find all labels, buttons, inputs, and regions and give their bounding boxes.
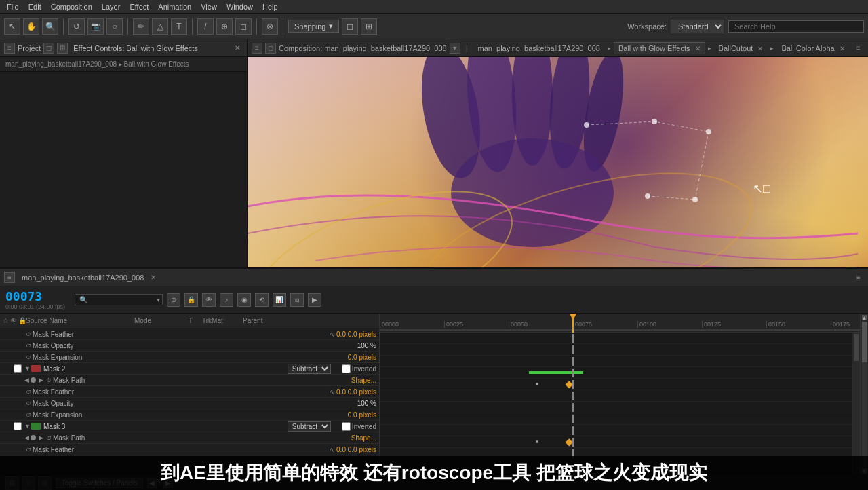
playhead-marker [570, 314, 576, 320]
menu-effect[interactable]: Effect [125, 1, 153, 12]
mask2-inverted-check[interactable] [342, 364, 351, 373]
timeline-scrollbar-v[interactable] [852, 333, 860, 475]
search-dropdown-icon[interactable]: ▾ [157, 296, 160, 303]
paint-tool[interactable]: / [197, 18, 214, 35]
eraser-tool[interactable]: ◻ [235, 18, 252, 35]
menu-help[interactable]: Help [258, 1, 282, 12]
frame-btn[interactable]: ⧇ [290, 293, 304, 307]
mask2-expansion-stopwatch[interactable]: ⏱ [24, 411, 33, 419]
camera-tool[interactable]: 📷 [87, 18, 104, 35]
mask2-path-kf1[interactable] [536, 383, 538, 385]
solo-btn[interactable]: ⊙ [167, 293, 180, 307]
text-tool[interactable]: T [171, 18, 187, 35]
shape-tool[interactable]: △ [152, 18, 168, 35]
comp-tab-2[interactable]: Ball with Glow Effects ✕ [614, 42, 705, 54]
audio-btn[interactable]: ♪ [220, 293, 233, 307]
mask2-opacity-value[interactable]: 100 % [357, 400, 376, 407]
clone-tool[interactable]: ⊕ [216, 18, 233, 35]
menu-file[interactable]: File [3, 1, 23, 12]
rotate-tool[interactable]: ↺ [68, 18, 85, 35]
comp-settings-btn[interactable]: ▾ [450, 43, 460, 54]
toggle-btn-1[interactable]: ◻ [342, 18, 358, 35]
roto-tool[interactable]: ⊗ [262, 18, 278, 35]
timeline-tab[interactable]: man_playing_basketball17A290_008 [18, 272, 148, 283]
mask2-mode-select[interactable]: Subtract [288, 364, 331, 374]
mask3-path-prev[interactable]: ◀ [24, 434, 29, 441]
mask3-path-stopwatch[interactable]: ⏱ [45, 434, 53, 442]
mask2-color-box [31, 365, 41, 372]
tab-close-4[interactable]: ✕ [840, 45, 845, 52]
mask2-path-value[interactable]: Shape... [351, 377, 376, 384]
lock-btn[interactable]: 🔒 [184, 293, 198, 307]
panel-menu-btn[interactable]: ≡ [4, 43, 15, 54]
timeline-search[interactable] [75, 294, 163, 305]
graph-btn[interactable]: 📊 [273, 293, 286, 307]
toggle-btn-2[interactable]: ⊞ [361, 18, 377, 35]
search-input[interactable] [728, 20, 864, 33]
project-tab[interactable]: Project [18, 44, 41, 52]
tab-close-2[interactable]: ✕ [695, 45, 701, 52]
eye-btn[interactable]: 👁 [202, 293, 216, 307]
menu-edit[interactable]: Edit [24, 1, 45, 12]
select-tool[interactable]: ↖ [4, 18, 20, 35]
zoom-tool[interactable]: 🔍 [42, 18, 58, 35]
mask2-path-next[interactable]: ▶ [39, 377, 43, 383]
menu-layer[interactable]: Layer [98, 1, 125, 12]
mask3-inverted-check[interactable] [342, 422, 351, 431]
mask2-path-prev[interactable]: ◀ [24, 377, 29, 383]
color-cycle-btn[interactable]: ◉ [237, 293, 251, 307]
mask3-path-next[interactable]: ▶ [39, 434, 43, 441]
menu-animation[interactable]: Animation [154, 1, 195, 12]
orbit-tool[interactable]: ○ [106, 18, 123, 35]
mask1-feather-value[interactable]: 0.0,0.0 pixels [336, 331, 376, 338]
scrollbar-thumb[interactable] [854, 334, 859, 361]
motion-btn[interactable]: ⟲ [255, 293, 269, 307]
comp-tab-1[interactable]: man_playing_basketball17A290_008 [473, 42, 605, 54]
comp-tab-4[interactable]: Ball Color Alpha ✕ [776, 42, 849, 54]
mask3-expand-icon[interactable]: ▼ [24, 423, 31, 430]
timeline-settings-icon[interactable]: ≡ [853, 272, 864, 283]
mask3-feather-stopwatch[interactable]: ⏱ [24, 445, 33, 453]
mask1-expansion-value[interactable]: 0.0 pixels [348, 354, 376, 361]
mask3-feather-value[interactable]: 0.0,0.0 pixels [336, 446, 376, 453]
menu-composition[interactable]: Composition [47, 1, 96, 12]
mask3-path-value[interactable]: Shape... [351, 434, 376, 442]
timeline-scrollbar-right[interactable]: ▲ ▼ [860, 314, 868, 475]
mask3-mode-select[interactable]: Subtract [288, 421, 331, 432]
snapping-button[interactable]: Snapping ▾ [288, 20, 339, 33]
panel-close-icon[interactable]: ✕ [232, 43, 243, 54]
mask2-checkbox[interactable] [14, 364, 22, 373]
hand-tool[interactable]: ✋ [23, 18, 39, 35]
mask2-opacity-stopwatch[interactable]: ⏱ [24, 399, 33, 407]
pen-tool[interactable]: ✏ [133, 18, 149, 35]
timeline-menu-btn[interactable]: ≡ [4, 272, 15, 283]
mask2-path-stopwatch[interactable]: ⏱ [45, 376, 53, 384]
mask1-feather-stopwatch[interactable]: ⏱ [24, 330, 33, 338]
menu-view[interactable]: View [197, 1, 221, 12]
tab-close-3[interactable]: ✕ [757, 45, 763, 52]
playhead[interactable] [572, 314, 574, 328]
mask2-expand-icon[interactable]: ▼ [24, 365, 31, 372]
scroll-up-btn[interactable]: ▲ [862, 315, 867, 320]
mask1-expansion-stopwatch[interactable]: ⏱ [24, 353, 33, 361]
mask1-opacity-stopwatch[interactable]: ⏱ [24, 341, 33, 350]
workspace-select[interactable]: Standard [671, 20, 724, 33]
comp-menu-btn[interactable]: ≡ [252, 43, 262, 54]
comp-tab-3[interactable]: BallCutout ✕ [714, 42, 768, 54]
comp-icon[interactable]: ◻ [265, 43, 276, 54]
panel-icon-1[interactable]: ◻ [43, 43, 54, 54]
render-btn[interactable]: ▶ [308, 293, 321, 307]
track-mask3-path [380, 436, 860, 448]
mask3-checkbox[interactable] [14, 422, 22, 430]
comp-settings-icon[interactable]: ≡ [853, 43, 864, 54]
mask2-feather-stopwatch[interactable]: ⏱ [24, 388, 33, 396]
mask2-feather-value[interactable]: 0.0,0.0 pixels [336, 388, 376, 396]
mask1-opacity-value[interactable]: 100 % [357, 342, 376, 350]
mask2-expansion-value[interactable]: 0.0 pixels [348, 411, 376, 419]
menu-window[interactable]: Window [222, 1, 257, 12]
scroll-thumb[interactable] [862, 322, 867, 362]
panel-icon-2[interactable]: ⊞ [57, 43, 68, 54]
timeline-tab-close[interactable]: ✕ [151, 274, 156, 281]
mask3-path-kf1[interactable] [536, 440, 538, 443]
timeline-timecode[interactable]: 00073 [5, 289, 65, 303]
